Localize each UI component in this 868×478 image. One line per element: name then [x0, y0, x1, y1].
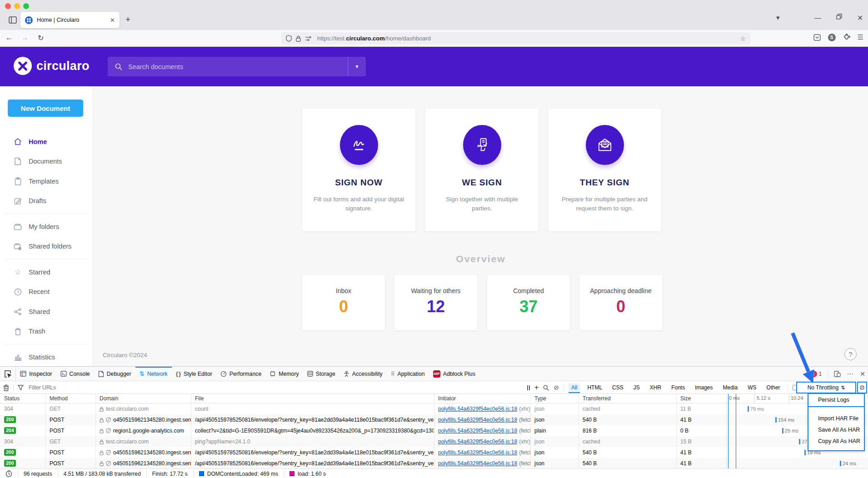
devtools-close-icon[interactable]: ✕ [860, 370, 865, 378]
new-tab-button[interactable]: + [125, 15, 130, 25]
browser-tab[interactable]: Home | Circularo ✕ [20, 12, 120, 28]
back-icon[interactable]: ← [5, 34, 13, 42]
pick-element-icon[interactable] [0, 367, 16, 381]
pause-icon[interactable] [527, 385, 530, 390]
stat-card-inbox[interactable]: Inbox 0 [302, 275, 385, 330]
filter-pill-media[interactable]: Media [720, 383, 741, 392]
sidebar-item-home[interactable]: Home [0, 132, 93, 152]
responsive-design-icon[interactable] [834, 371, 841, 377]
network-settings-gear-icon[interactable]: ⚙ [857, 382, 867, 393]
col-method[interactable]: Method [45, 394, 95, 403]
forward-icon[interactable]: → [21, 34, 29, 42]
add-request-icon[interactable]: + [534, 383, 539, 392]
tab-close-icon[interactable]: ✕ [110, 17, 115, 24]
macos-minimize-button[interactable] [14, 3, 20, 9]
sidebar-item-drafts[interactable]: Drafts [0, 191, 93, 211]
initiator-link[interactable]: polyfills.54a6329f54ec0e56.js:18 [438, 460, 517, 467]
error-counter[interactable]: ! 1 [811, 371, 822, 377]
block-requests-icon[interactable]: ⊘ [554, 384, 559, 391]
menu-item-copy-all-har[interactable]: Copy All As HAR [808, 436, 864, 447]
search-bar[interactable]: Search documents ▼ [108, 57, 366, 76]
col-size[interactable]: Size [676, 394, 726, 403]
filter-pill-all[interactable]: All [569, 383, 580, 392]
sidebar-item-shared-folders[interactable]: Shared folders [0, 237, 93, 257]
filter-pill-fonts[interactable]: Fonts [668, 383, 688, 392]
window-close-icon[interactable]: ✕ [857, 14, 863, 22]
stat-card-waiting[interactable]: Waiting for others 12 [394, 275, 477, 330]
sidebar-item-shared[interactable]: Shared [0, 302, 93, 322]
filter-pill-images[interactable]: Images [692, 383, 715, 392]
circularo-logo[interactable]: circularo [14, 57, 90, 75]
macos-zoom-button[interactable] [23, 3, 29, 9]
list-tabs-icon[interactable]: ▾ [776, 14, 780, 22]
macos-close-button[interactable] [5, 3, 11, 9]
perf-clock-icon[interactable] [5, 470, 12, 477]
initiator-link[interactable]: polyfills.54a6329f54ec0e56.js:18 [438, 406, 517, 412]
search-requests-icon[interactable] [543, 385, 549, 391]
initiator-link[interactable]: polyfills.54a6329f54ec0e56.js:18 [438, 428, 517, 434]
they-sign-card[interactable]: THEY SIGN Prepare for multiple parties a… [548, 109, 661, 231]
tab-adblock-plus[interactable]: ABP Adblock Plus [429, 367, 479, 381]
tab-application[interactable]: ⠿ Application [387, 367, 429, 381]
initiator-link[interactable]: polyfills.54a6329f54ec0e56.js:18 [438, 417, 517, 423]
stat-card-deadline[interactable]: Approaching deadline 0 [579, 275, 662, 330]
sidebar-item-recent[interactable]: Recent [0, 282, 93, 302]
tab-network[interactable]: ⇅ Network [135, 367, 172, 381]
throttling-dropdown[interactable]: No Throttling ⇅ [796, 382, 856, 393]
permissions-icon[interactable] [305, 36, 311, 41]
filter-pill-js[interactable]: JS [631, 383, 643, 392]
shield-icon[interactable] [286, 35, 292, 42]
sidebar-item-starred[interactable]: ☆ Starred [0, 262, 93, 282]
reload-icon[interactable]: ↻ [38, 34, 44, 42]
col-type[interactable]: Type [530, 394, 579, 403]
meatball-menu-icon[interactable]: ⋯ [847, 370, 854, 378]
filter-pill-ws[interactable]: WS [745, 383, 759, 392]
col-domain[interactable]: Domain [95, 394, 191, 403]
tab-debugger[interactable]: Debugger [94, 367, 135, 381]
filter-urls-input[interactable]: Filter URLs [29, 384, 56, 391]
col-status[interactable]: Status [0, 394, 45, 403]
help-button[interactable]: ? [844, 348, 857, 360]
lock-icon[interactable] [296, 35, 301, 42]
tab-style-editor[interactable]: { } Style Editor [172, 367, 216, 381]
window-restore-icon[interactable] [836, 14, 842, 20]
sidebar-item-documents[interactable]: Documents [0, 152, 93, 172]
tab-accessibility[interactable]: Accessibility [339, 367, 387, 381]
initiator-link[interactable]: polyfills.54a6329f54ec0e56.js:18 [438, 438, 517, 445]
firefox-view-icon[interactable] [7, 15, 18, 25]
col-file[interactable]: File [191, 394, 434, 403]
sidebar-item-trash[interactable]: Trash [0, 322, 93, 342]
filter-pill-xhr[interactable]: XHR [647, 383, 664, 392]
we-sign-card[interactable]: WE SIGN Sign together with multiple part… [425, 109, 539, 231]
tab-performance[interactable]: Performance [216, 367, 265, 381]
tab-inspector[interactable]: Inspector [16, 367, 56, 381]
bookmark-star-icon[interactable]: ☆ [740, 35, 746, 42]
gauge-icon [220, 371, 227, 377]
filter-pill-css[interactable]: CSS [609, 383, 626, 392]
menu-item-persist-logs[interactable]: Persist Logs [808, 394, 864, 406]
sidebar-item-templates[interactable]: Templates [0, 171, 93, 191]
window-minimize-icon[interactable]: — [814, 14, 821, 21]
sidebar-item-statistics[interactable]: Statistics [0, 347, 93, 366]
filter-pill-other[interactable]: Other [764, 383, 783, 392]
sidebar-item-my-folders[interactable]: My folders [0, 217, 93, 237]
col-initiator[interactable]: Initiator [434, 394, 530, 403]
extension-badge[interactable]: S [828, 34, 836, 41]
tab-storage[interactable]: Storage [303, 367, 339, 381]
col-transferred[interactable]: Transferred [579, 394, 676, 403]
menu-item-import-har[interactable]: Import HAR File [808, 413, 864, 424]
url-bar[interactable]: https://test.circularo.com/home/dashboar… [281, 32, 750, 45]
stat-card-completed[interactable]: Completed 37 [487, 275, 570, 330]
menu-item-save-all-har[interactable]: Save All As HAR [808, 424, 864, 436]
sign-now-card[interactable]: SIGN NOW Fill out forms and add your dig… [302, 109, 415, 231]
new-document-button[interactable]: New Document [8, 100, 83, 117]
initiator-link[interactable]: polyfills.54a6329f54ec0e56.js:18 [438, 449, 517, 456]
hamburger-menu-icon[interactable]: ☰ [858, 33, 863, 41]
search-options-chevron-icon[interactable]: ▼ [348, 57, 366, 76]
extensions-puzzle-icon[interactable] [843, 34, 850, 41]
clear-requests-trash-icon[interactable] [3, 384, 9, 391]
filter-pill-html[interactable]: HTML [584, 383, 605, 392]
pocket-icon[interactable] [813, 34, 821, 41]
tab-console[interactable]: Console [56, 367, 94, 381]
tab-memory[interactable]: Memory [265, 367, 303, 381]
